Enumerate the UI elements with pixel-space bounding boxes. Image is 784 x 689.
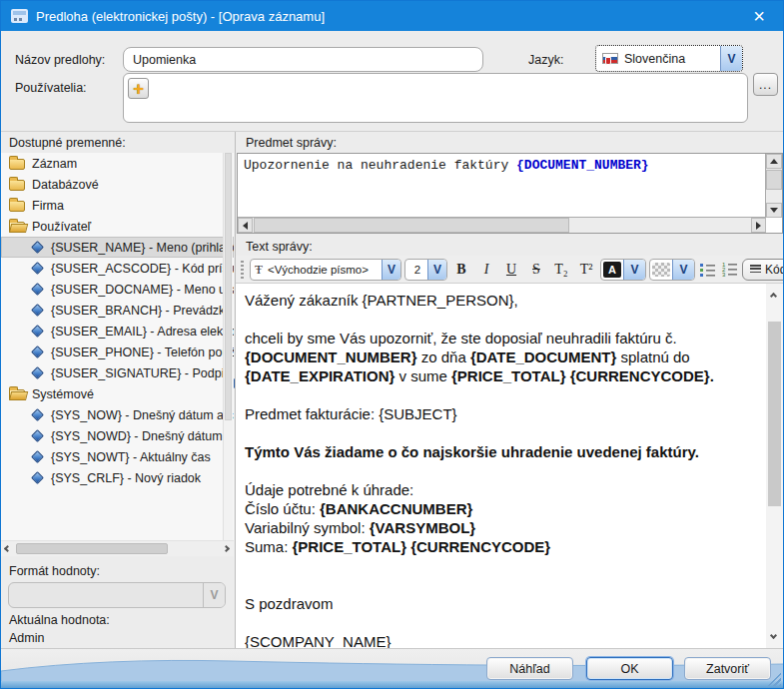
message-line: S pozdravom xyxy=(245,594,761,613)
subject-textarea[interactable]: Upozornenie na neuhradenie faktúry {DOCU… xyxy=(237,153,783,234)
tree-item-label: {SUSER_DOCNAME} - Meno uvádzané xyxy=(51,283,234,297)
superscript-button[interactable]: T² xyxy=(575,259,597,281)
tree-folder-item[interactable]: Používateľ xyxy=(1,216,234,237)
tree-variable-item[interactable]: {SYS_NOW} - Dnešný dátum a čas xyxy=(1,404,234,425)
cancel-button[interactable]: Zatvoriť xyxy=(684,657,771,680)
subject-horizontal-scrollbar[interactable] xyxy=(238,217,766,233)
tree-variable-item[interactable]: {SUSER_PHONE} - Telefón používateľa xyxy=(1,342,234,362)
message-textarea[interactable]: Vážený zákazník {PARTNER_PERSON}, chceli… xyxy=(236,284,783,650)
code-button-label: Kód xyxy=(765,263,784,277)
font-family-value: <Východzie písmo> xyxy=(266,264,382,276)
strikethrough-button[interactable]: S xyxy=(525,259,547,281)
numbered-list-icon[interactable]: 1 2 3 xyxy=(721,262,738,277)
tree-item-label: {SUSER_BRANCH} - Prevádzka používa xyxy=(51,304,234,318)
variable-diamond-icon xyxy=(31,450,44,463)
font-size-select[interactable]: 2 V xyxy=(404,259,447,281)
tree-horizontal-scrollbar-thumb[interactable] xyxy=(16,543,168,554)
chevron-down-icon[interactable]: V xyxy=(427,260,446,280)
scroll-up-icon[interactable] xyxy=(770,293,777,300)
ok-button[interactable]: OK xyxy=(586,657,673,680)
tree-variable-item[interactable]: {SUSER_NAME} - Meno (prihlasovacie xyxy=(1,237,234,258)
message-line: Vážený zákazník {PARTNER_PERSON}, xyxy=(245,291,761,310)
font-color-control[interactable]: A V xyxy=(600,259,646,281)
message-vscroll-thumb[interactable] xyxy=(768,322,781,506)
message-vertical-scrollbar[interactable] xyxy=(766,284,783,650)
scroll-right-icon[interactable] xyxy=(751,218,766,233)
tree-folder-item[interactable]: Systémové xyxy=(1,383,234,404)
subject-hscroll-thumb[interactable] xyxy=(254,218,569,233)
folder-icon xyxy=(9,389,25,400)
scroll-left-icon[interactable] xyxy=(238,218,253,233)
chevron-down-icon[interactable]: V xyxy=(382,260,400,280)
variable-diamond-icon xyxy=(31,241,44,254)
close-icon[interactable]: × xyxy=(745,2,773,30)
tree-item-label: {SYS_CRLF} - Nový riadok xyxy=(51,471,201,485)
footer-bar: Náhľad OK Zatvoriť xyxy=(1,648,783,688)
tree-item-label: {SUSER_PHONE} - Telefón používateľa xyxy=(51,345,234,359)
tree-variable-item[interactable]: {SUSER_SIGNATURE} - Podpis používa xyxy=(1,362,234,383)
tree-item-label: {SYS_NOWD} - Dnešný dátum xyxy=(51,429,223,443)
tree-horizontal-scrollbar[interactable] xyxy=(1,540,234,556)
scroll-down-icon[interactable] xyxy=(766,203,782,218)
tree-item-label: {SUSER_SIGNATURE} - Podpis používa xyxy=(51,366,234,380)
tree-variable-item[interactable]: {SUSER_ACSCODE} - Kód prístupu xyxy=(1,258,234,279)
highlight-color-control[interactable]: V xyxy=(649,259,695,281)
subject-vscroll-thumb[interactable] xyxy=(766,170,782,190)
chevron-down-icon[interactable]: V xyxy=(623,260,645,280)
tree-item-label: Systémové xyxy=(32,387,94,401)
tree-variable-item[interactable]: {SUSER_DOCNAME} - Meno uvádzané xyxy=(1,279,234,300)
font-family-select[interactable]: Ŧ <Východzie písmo> V xyxy=(250,259,401,281)
code-view-button[interactable]: Kód xyxy=(742,259,784,281)
bold-button[interactable]: B xyxy=(450,259,472,281)
add-user-button[interactable]: + xyxy=(128,78,149,99)
more-button[interactable]: ... xyxy=(753,73,778,96)
tree-vertical-scrollbar[interactable] xyxy=(223,153,233,540)
bullet-list-icon[interactable] xyxy=(699,262,716,277)
message-line xyxy=(245,310,761,329)
tree-variable-item[interactable]: {SUSER_EMAIL} - Adresa elektronickej xyxy=(1,321,234,342)
tree-item-label: Firma xyxy=(32,199,64,213)
subject-vertical-scrollbar[interactable] xyxy=(765,154,782,218)
message-line: Číslo účtu: {BANKACCNUMBER} xyxy=(245,499,761,518)
variable-diamond-icon xyxy=(31,345,44,358)
subscript-button[interactable]: T₂ xyxy=(550,259,572,281)
scroll-down-icon[interactable] xyxy=(770,632,777,639)
template-name-label: Názov predlohy: xyxy=(15,53,105,67)
toolbar-grip[interactable] xyxy=(241,261,244,279)
chevron-down-icon[interactable]: V xyxy=(672,260,694,280)
message-line xyxy=(245,385,761,404)
underline-button[interactable]: U xyxy=(500,259,522,281)
tree-variable-item[interactable]: {SUSER_BRANCH} - Prevádzka používa xyxy=(1,300,234,321)
tree-folder-item[interactable]: Databázové xyxy=(1,174,234,195)
scroll-right-icon[interactable] xyxy=(223,545,230,552)
language-select[interactable]: Slovenčina V xyxy=(595,45,743,72)
message-line xyxy=(245,423,761,442)
tree-variable-item[interactable]: {SYS_NOWT} - Aktuálny čas xyxy=(1,446,234,467)
font-size-value: 2 xyxy=(405,264,427,276)
tree-vertical-scrollbar-thumb[interactable] xyxy=(225,153,232,420)
font-type-icon: Ŧ xyxy=(255,262,263,278)
tree-variable-item[interactable]: {SYS_CRLF} - Nový riadok xyxy=(1,467,234,488)
users-box[interactable]: + xyxy=(123,73,748,123)
tree-variable-item[interactable]: {SYS_NOWD} - Dnešný dátum xyxy=(1,425,234,446)
tree-item-label: {SUSER_EMAIL} - Adresa elektronickej xyxy=(51,325,234,339)
folder-icon xyxy=(9,222,25,233)
preview-button[interactable]: Náhľad xyxy=(486,657,573,680)
template-name-input[interactable]: Upomienka xyxy=(123,47,483,72)
message-line: Suma: {PRICE_TOTAL} {CURRENCYCODE} xyxy=(245,537,761,556)
scroll-left-icon[interactable] xyxy=(4,545,11,552)
scroll-up-icon[interactable] xyxy=(766,154,782,169)
tree-item-label: {SYS_NOW} - Dnešný dátum a čas xyxy=(51,408,234,422)
svg-text:3: 3 xyxy=(722,272,726,277)
font-color-icon[interactable]: A xyxy=(603,262,621,278)
variable-diamond-icon xyxy=(31,283,44,296)
italic-button[interactable]: I xyxy=(475,259,497,281)
slovak-flag-icon xyxy=(602,53,618,64)
message-line xyxy=(245,575,761,594)
editor-toolbar: Ŧ <Východzie písmo> V 2 V B I U S T₂ T² … xyxy=(236,256,783,284)
tree-folder-item[interactable]: Záznam xyxy=(1,153,234,174)
variable-diamond-icon xyxy=(31,325,44,338)
chevron-down-icon[interactable]: V xyxy=(720,46,742,71)
tree-folder-item[interactable]: Firma xyxy=(1,195,234,216)
variable-diamond-icon xyxy=(31,429,44,442)
